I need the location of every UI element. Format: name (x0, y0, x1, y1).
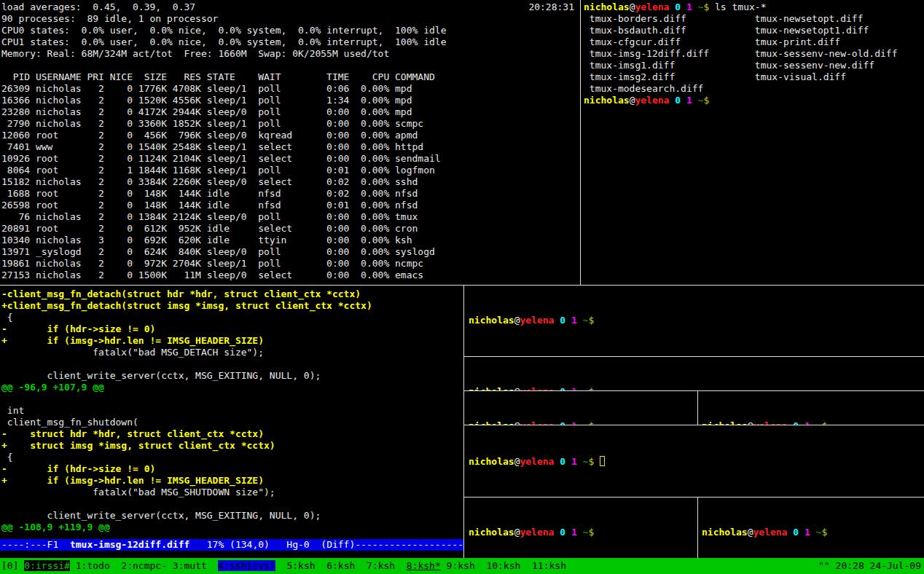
pane-shell-row-5: nicholas@yelena 0 1 ~$ nicholas@yelena 0… (464, 498, 924, 558)
process-row: 23280 nicholas 2 0 4172K 2944K sleep/0 p… (1, 106, 580, 118)
prompt-segment: $ (588, 456, 594, 467)
process-row: 19861 nicholas 2 0 972K 2704K sleep/1 po… (1, 258, 580, 270)
diff-line-blank (1, 498, 463, 510)
shell-prompt: nicholas@yelena 0 1 ~$ (584, 95, 924, 106)
pane-shell-1[interactable]: nicholas@yelena 0 1 ~$ (464, 286, 924, 356)
prompt-segment: yelena (635, 95, 669, 106)
status-window-4[interactable]: 4:ssh[cvs] (218, 560, 275, 571)
prompt-segment: nicholas (702, 527, 748, 538)
cpu0-line: CPU0 states: 0.0% user, 0.0% nice, 0.0% … (1, 25, 580, 36)
pane-shell-3a[interactable]: nicholas@yelena 0 1 ~$ (464, 391, 697, 425)
prompt-segment (681, 1, 686, 12)
diff-line-ctx: fatalx("bad MSG_DETACH size"); (1, 347, 463, 358)
prompt-segment: $ (821, 527, 827, 538)
prompt-segment: 1 (686, 95, 692, 106)
pane-shell-ls[interactable]: nicholas@yelena 0 1 ~$ ls tmux-* tmux-bo… (581, 0, 924, 285)
prompt-segment (681, 95, 686, 106)
diff-line-ctx: fatalx("bad MSG_SHUTDOWN size"); (1, 487, 463, 498)
process-row: 13971 _syslogd 2 0 624K 840K sleep/0 pol… (1, 246, 580, 258)
ls-file-row: tmux-imsg1.diff tmux-sessenv-new.diff (584, 60, 924, 71)
prompt-segment: nicholas (584, 1, 630, 12)
bottom-pane-row: -client_msg_fn_detach(struct hdr *hdr, s… (0, 286, 924, 558)
top-summary-line: load averages: 0.45, 0.39, 0.37 20:28:31 (1, 1, 580, 13)
top-pane-row: load averages: 0.45, 0.39, 0.37 20:28:31… (0, 0, 924, 285)
emacs-minibuffer (1, 551, 463, 558)
diff-line-ctx: client_write_server(cctx, MSG_EXITING, N… (1, 370, 463, 382)
process-row: 16366 nicholas 2 0 1520K 4556K sleep/1 p… (1, 95, 580, 106)
diff-line-add: + if (imsg->hdr.len != IMSG_HEADER_SIZE) (1, 475, 463, 487)
process-row: 15182 nicholas 2 0 3384K 2260K sleep/0 s… (1, 176, 580, 188)
process-table: PID USERNAME PRI NICE SIZE RES STATE WAI… (1, 71, 580, 281)
prompt-segment (565, 456, 571, 467)
process-row: 27153 nicholas 2 0 1500K 11M sleep/0 sel… (1, 270, 580, 281)
prompt-segment (692, 1, 698, 12)
prompt-segment (577, 315, 583, 326)
status-window-8[interactable]: 8:ksh* (407, 560, 441, 571)
status-window-0[interactable]: 0:irssi# (24, 560, 70, 571)
prompt-segment (577, 527, 583, 538)
prompt-segment: yelena (520, 456, 554, 467)
prompt-segment: yelena (635, 1, 669, 12)
prompt-segment (577, 456, 583, 467)
process-row: 26598 root 2 0 148K 144K idle nfsd 0:01 … (1, 200, 580, 211)
shell-prompt: nicholas@yelena 0 1 ~$ ls tmux-* (584, 1, 924, 13)
tmux-terminal: load averages: 0.45, 0.39, 0.37 20:28:31… (0, 0, 924, 574)
status-window-5[interactable]: 5:ksh (286, 560, 315, 571)
prompt-segment: $ (588, 315, 594, 326)
status-window-1[interactable]: 1:todo (76, 560, 110, 571)
diff-line-add: + if (imsg->hdr.len != IMSG_HEADER_SIZE) (1, 335, 463, 347)
status-window-7[interactable]: 7:ksh (367, 560, 395, 571)
process-row: 7401 www 2 0 1540K 2548K sleep/1 select … (1, 141, 580, 153)
status-window-10[interactable]: 10:ksh (486, 560, 520, 571)
prompt-segment: 1 (686, 1, 692, 12)
process-row: 76 nicholas 2 0 1384K 2124K sleep/0 poll… (1, 211, 580, 223)
prompt-segment: 1 (571, 315, 577, 326)
session-name: [0] (1, 560, 18, 571)
diff-line-hunk: @@ -96,9 +107,9 @@ (1, 382, 463, 393)
pane-shell-5a[interactable]: nicholas@yelena 0 1 ~$ (464, 498, 697, 558)
pane-shell-2[interactable]: nicholas@yelena 0 1 ~$ (464, 357, 924, 390)
diff-line-del: - struct hdr *hdr, struct client_ctx *cc… (1, 428, 463, 440)
ls-file-row: tmux-borders.diff tmux-newsetopt.diff (584, 13, 924, 25)
ls-file-row: tmux-modesearch.diff (584, 83, 924, 95)
modeline-prefix: ----:---F1 (1, 539, 70, 550)
pane-emacs-diff[interactable]: -client_msg_fn_detach(struct hdr *hdr, s… (0, 286, 463, 558)
status-window-3[interactable]: 3:mutt (173, 560, 207, 571)
prompt-segment: 1 (571, 456, 577, 467)
command-text: ls tmux-* (709, 1, 766, 12)
process-table-header: PID USERNAME PRI NICE SIZE RES STATE WAI… (1, 71, 580, 83)
status-window-9[interactable]: 9:ksh (447, 560, 475, 571)
status-window-6[interactable]: 6:ksh (326, 560, 355, 571)
shell-prompt: nicholas@yelena 0 1 ~$ (469, 315, 924, 326)
pane-shell-3b[interactable]: nicholas@yelena 0 1 ~$ (698, 391, 924, 425)
modeline-status: 17% (134,0) Hg-0 (Diff)-----------------… (189, 539, 463, 550)
pane-shell-4-active[interactable]: nicholas@yelena 0 1 ~$ (464, 425, 924, 497)
bottom-right-panes: nicholas@yelena 0 1 ~$ nicholas@yelena 0… (464, 286, 924, 558)
prompt-segment: $ (703, 95, 709, 106)
pane-top-process-monitor[interactable]: load averages: 0.45, 0.39, 0.37 20:28:31… (0, 0, 580, 285)
status-window-11[interactable]: 11:ksh (532, 560, 566, 571)
diff-line-del: - if (hdr->size != 0) (1, 463, 463, 475)
prompt-segment (565, 527, 571, 538)
pane-shell-5b[interactable]: nicholas@yelena 0 1 ~$ (698, 498, 924, 558)
ls-output: tmux-borders.diff tmux-newsetopt.diff tm… (584, 13, 924, 95)
prompt-segment: yelena (753, 527, 787, 538)
process-row: 1688 root 2 0 148K 144K idle nfsd 0:02 0… (1, 188, 580, 200)
prompt-segment: $ (588, 527, 594, 538)
emacs-modeline: ----:---F1 tmux-imsg-12diff.diff 17% (13… (0, 539, 463, 551)
diff-line-ctx: client_write_server(cctx, MSG_EXITING, N… (1, 510, 463, 522)
diff-line-del: - if (hdr->size != 0) (1, 323, 463, 335)
status-window-list: [0] 0:irssi# 1:todo 2:ncmpc- 3:mutt 4:ss… (1, 560, 578, 574)
load-averages: load averages: 0.45, 0.39, 0.37 (1, 1, 195, 13)
pane-shell-row-3: nicholas@yelena 0 1 ~$ nicholas@yelena 0… (464, 391, 924, 425)
diff-line-ctx: { (1, 312, 463, 323)
process-row: 12060 root 2 0 456K 796K sleep/0 kqread … (1, 130, 580, 141)
diff-line-ctx: int (1, 405, 463, 417)
prompt-segment: 0 (675, 1, 681, 12)
prompt-segment (810, 527, 816, 538)
modeline-buffer-name: tmux-imsg-12diff.diff (70, 539, 189, 550)
shell-prompt: nicholas@yelena 0 1 ~$ (702, 527, 924, 538)
prompt-segment: nicholas (469, 456, 514, 467)
status-window-2[interactable]: 2:ncmpc- (121, 560, 167, 571)
prompt-segment: 0 (793, 527, 799, 538)
